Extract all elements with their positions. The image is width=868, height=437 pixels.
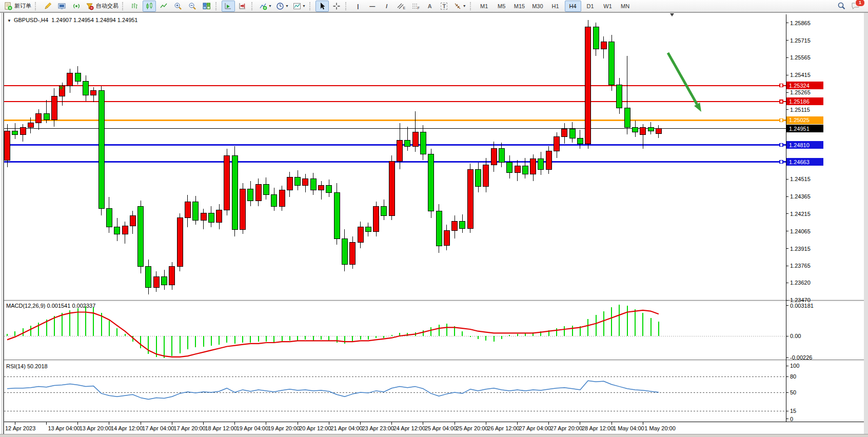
svg-text:1.24215: 1.24215 (790, 211, 811, 217)
auto-scroll-icon (224, 2, 232, 10)
tab-timeframe-M15[interactable]: M15 (511, 1, 528, 12)
indicators-button[interactable]: ▼ (258, 1, 273, 12)
tab-timeframe-MN[interactable]: MN (617, 1, 634, 12)
signals-button[interactable] (70, 1, 83, 12)
svg-text:1.25186: 1.25186 (789, 98, 810, 105)
autotrading-button[interactable]: 自动交易 (84, 1, 120, 12)
tab-timeframe-M5[interactable]: M5 (494, 1, 510, 12)
timeframe-group: M1M5M15M30H1H4D1W1MN (476, 1, 634, 12)
svg-text:1.24065: 1.24065 (790, 228, 811, 234)
chart-shift-marker[interactable] (670, 13, 674, 16)
tab-timeframe-D1[interactable]: D1 (582, 1, 599, 12)
autotrading-label: 自动交易 (96, 2, 119, 10)
trendline-tool-button[interactable]: / (380, 1, 393, 12)
vertical-line-tool-button[interactable]: | (351, 1, 365, 12)
main-toolbar: 新订单 自动交易 (0, 0, 868, 12)
svg-text:1.25865: 1.25865 (790, 20, 811, 26)
signal-waves-icon (72, 2, 81, 10)
cursor-arrow-icon (318, 2, 326, 10)
pane-splitters[interactable] (4, 300, 864, 361)
chart-canvas[interactable]: 1.258651.257151.255651.254151.252651.251… (0, 0, 868, 437)
candlestick-icon (145, 2, 153, 10)
symbol-title[interactable]: ▼GBPUSD-,H4 1.24907 1.24954 1.24894 1.24… (7, 17, 138, 23)
toolbar-grip (215, 2, 219, 10)
svg-text:28 Apr 12:00: 28 Apr 12:00 (582, 425, 614, 431)
svg-text:1.23620: 1.23620 (790, 280, 811, 286)
chevron-down-icon[interactable]: ▼ (285, 4, 289, 8)
svg-text:0: 0 (790, 416, 793, 422)
tab-timeframe-W1[interactable]: W1 (600, 1, 616, 12)
tab-timeframe-M1[interactable]: M1 (476, 1, 492, 12)
symbol-dropdown-icon[interactable]: ▼ (7, 18, 11, 23)
tab-timeframe-H4[interactable]: H4 (565, 1, 581, 12)
crosshair-tool-button[interactable] (330, 1, 343, 12)
templates-button[interactable]: ▼ (291, 1, 307, 12)
periods-button[interactable]: ▼ (274, 1, 290, 12)
fibonacci-tool-button[interactable]: F (409, 1, 422, 12)
bar-chart-mode-button[interactable] (128, 1, 142, 12)
new-order-button[interactable]: 新订单 (3, 1, 33, 12)
zoom-out-icon (188, 2, 196, 10)
svg-text:19 Apr 04:00: 19 Apr 04:00 (236, 425, 268, 431)
svg-text:1.25415: 1.25415 (790, 72, 811, 78)
zoom-in-button[interactable] (171, 1, 185, 12)
tile-windows-icon (203, 2, 211, 10)
crosshair-icon (332, 2, 341, 10)
line-chart-mode-button[interactable] (157, 1, 170, 12)
svg-text:21 Apr 04:00: 21 Apr 04:00 (330, 425, 362, 431)
text-label-tool-button[interactable]: T (438, 1, 451, 12)
trend-arrow-annotation[interactable] (668, 53, 701, 112)
tab-timeframe-M30[interactable]: M30 (529, 1, 546, 12)
svg-text:24 Apr 12:00: 24 Apr 12:00 (393, 425, 425, 431)
zoom-in-icon (174, 2, 182, 10)
svg-text:1.25324: 1.25324 (789, 83, 810, 89)
auto-scroll-button[interactable] (222, 1, 235, 12)
search-icon (837, 2, 846, 10)
horizontal-lines[interactable] (4, 86, 786, 162)
cursor-tool-button[interactable] (315, 1, 329, 12)
arrows-tool-button[interactable]: ▼ (452, 1, 468, 12)
svg-text:0.003181: 0.003181 (790, 303, 814, 309)
svg-text:1.23915: 1.23915 (790, 246, 811, 252)
chevron-down-icon[interactable]: ▼ (463, 4, 466, 8)
metaeditor-icon (58, 2, 66, 10)
text-tool-button[interactable]: A (423, 1, 437, 12)
hline-handles[interactable] (780, 84, 783, 164)
svg-text:27 Apr 04:00: 27 Apr 04:00 (519, 425, 551, 431)
svg-text:1 May 20:00: 1 May 20:00 (644, 425, 676, 431)
notifications-button[interactable]: 1 (849, 1, 862, 12)
svg-text:1.24951: 1.24951 (789, 126, 810, 132)
crayon-style-button[interactable] (41, 1, 54, 12)
tab-timeframe-H1[interactable]: H1 (547, 1, 564, 12)
fibonacci-letter: F (418, 6, 420, 10)
vertical-line-icon: | (357, 3, 359, 9)
svg-text:1.24365: 1.24365 (790, 193, 811, 200)
new-order-label: 新订单 (14, 2, 31, 10)
toolbar-right-tools: 1 (834, 1, 863, 12)
chevron-down-icon[interactable]: ▼ (268, 4, 272, 8)
svg-text:13 Apr 04:00: 13 Apr 04:00 (48, 425, 80, 431)
svg-text:26 Apr 12:00: 26 Apr 12:00 (487, 425, 519, 431)
svg-text:0.00: 0.00 (790, 333, 801, 339)
rsi-pane: 1008050150 (4, 363, 799, 422)
toolbar-grip (122, 2, 125, 10)
zoom-out-button[interactable] (186, 1, 199, 12)
horizontal-line-icon: — (369, 3, 375, 9)
svg-text:25 Apr 04:00: 25 Apr 04:00 (425, 425, 457, 431)
chevron-down-icon[interactable]: ▼ (302, 4, 306, 8)
clock-icon (276, 2, 284, 10)
autotrading-icon (86, 2, 94, 10)
symbol-ohlc-text: GBPUSD-,H4 1.24907 1.24954 1.24894 1.249… (14, 17, 138, 23)
svg-text:1 May 04:00: 1 May 04:00 (613, 425, 644, 431)
metaeditor-button[interactable] (55, 1, 69, 12)
candlestick-mode-button[interactable] (143, 1, 156, 12)
toolbar-grip (345, 2, 348, 10)
crayon-icon (44, 2, 52, 10)
tile-windows-button[interactable] (200, 1, 213, 12)
svg-text:1.24515: 1.24515 (790, 176, 811, 182)
chart-shift-button[interactable] (236, 1, 249, 12)
search-button[interactable] (835, 1, 848, 12)
text-label-icon: T (441, 3, 447, 10)
channel-tool-button[interactable]: E (394, 1, 408, 12)
horizontal-line-tool-button[interactable]: — (366, 1, 379, 12)
